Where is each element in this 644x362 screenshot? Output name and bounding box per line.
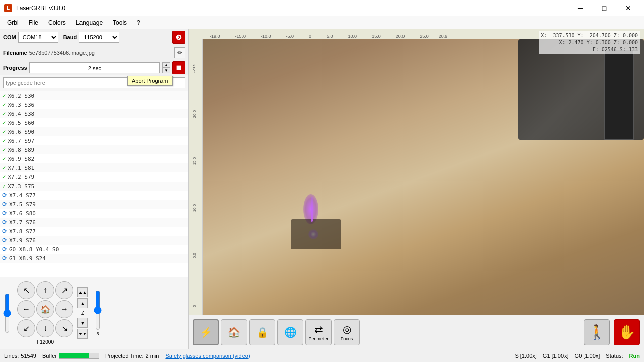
tool-home-button[interactable]: 🏠: [221, 319, 247, 345]
gcode-check-icon: ✓: [2, 119, 6, 126]
minimize-button[interactable]: ─: [569, 2, 592, 14]
speed-slider[interactable]: [3, 293, 11, 333]
z-up-button[interactable]: ▲: [77, 298, 88, 308]
buffer-label: Buffer: [42, 353, 57, 359]
jog-nw-button[interactable]: ↖: [17, 281, 35, 299]
speed-s: S [1.00x]: [515, 353, 536, 359]
status-right: S [1.00x] G1 [1.00x] G0 [1.00x] Status: …: [515, 353, 640, 359]
app-title: LaserGRBL v3.8.0: [16, 5, 65, 12]
app-icon: L: [4, 4, 12, 12]
gcode-list: ✓X6.2 S30✓X6.3 S36✓X6.4 S38✓X6.5 S60✓X6.…: [0, 91, 188, 277]
camera-view: [203, 39, 644, 315]
progress-up-button[interactable]: ▲: [162, 62, 170, 68]
filename-label: Filename: [3, 50, 27, 56]
gcode-check-icon: ⟳: [2, 255, 7, 262]
com-select[interactable]: COM18: [18, 32, 58, 43]
gcode-line-text: X7.9 S76: [9, 237, 36, 244]
baud-label: Baud: [63, 34, 77, 40]
jog-n-button[interactable]: ↑: [36, 281, 54, 299]
tool-laser-button[interactable]: ⚡: [193, 319, 219, 345]
stop-button[interactable]: ✋: [614, 319, 640, 345]
menu-colors[interactable]: Colors: [43, 18, 71, 27]
gcode-line-text: X6.2 S30: [8, 93, 34, 99]
jog-w-button[interactable]: ←: [17, 300, 35, 318]
gcode-check-icon: ⟳: [2, 192, 7, 199]
menu-grbl[interactable]: Grbl: [2, 18, 24, 27]
tool-globe-button[interactable]: 🌐: [277, 319, 303, 345]
gcode-list-item: ✓X6.9 S82: [0, 154, 188, 163]
z-down-large-button[interactable]: ▼▼: [77, 329, 88, 339]
speed-g0: G0 [1.00x]: [575, 353, 600, 359]
laser-body: [604, 49, 634, 140]
filename-edit-button[interactable]: ✏: [174, 47, 185, 58]
menu-help[interactable]: ?: [132, 18, 145, 27]
gcode-check-icon: ✓: [2, 183, 6, 190]
gcode-line-text: X7.3 S75: [8, 183, 34, 190]
jog-home-button[interactable]: 🏠: [36, 300, 54, 318]
step-value: 5: [96, 331, 99, 336]
connect-button[interactable]: [172, 31, 185, 44]
gcode-line-text: X6.7 S97: [8, 138, 34, 144]
status-label: Status:: [606, 353, 623, 359]
step-slider[interactable]: [94, 290, 102, 330]
gcode-check-icon: ✓: [2, 92, 6, 99]
walk-icon: 🚶: [588, 324, 606, 340]
jog-e-button[interactable]: →: [55, 300, 73, 318]
tool-perimeter-button[interactable]: ⇄ Perimeter: [305, 319, 332, 345]
menu-file[interactable]: File: [24, 18, 43, 27]
bottom-toolbar: ⚡ 🏠 🔒 🌐 ⇄ Perimeter ◎ Focus 🚶: [189, 315, 644, 349]
gcode-check-icon: ⟳: [2, 237, 7, 244]
jog-se-button[interactable]: ↘: [55, 319, 73, 337]
z-up-large-button[interactable]: ▲▲: [77, 287, 88, 297]
speed-g1: G1 [1.00x]: [543, 353, 569, 359]
gcode-list-inner[interactable]: ✓X6.2 S30✓X6.3 S36✓X6.4 S38✓X6.5 S60✓X6.…: [0, 91, 188, 277]
com-row: COM COM18 Baud 115200: [0, 29, 188, 45]
gcode-line-text: X7.7 S76: [9, 219, 36, 226]
projected-value: 2 min: [146, 353, 159, 359]
right-panel: -19.0 -15.0 -10.0 -5.0 0 5.0 10.0 15.0 2…: [189, 29, 644, 349]
gcode-line-text: X6.6 S90: [8, 129, 34, 135]
projected-label: Projected Time:: [105, 353, 143, 359]
ruler-left: -29.9 -20.0 -15.0 -10.0 -5.0 0: [189, 39, 203, 315]
gcode-list-item: ✓X6.6 S90: [0, 127, 188, 136]
jog-ne-button[interactable]: ↗: [55, 281, 73, 299]
progress-down-button[interactable]: ▼: [162, 68, 170, 73]
menu-language[interactable]: Language: [71, 18, 108, 27]
progress-stepper: ▲ ▼: [162, 62, 170, 73]
safety-link[interactable]: Safety glasses comparison (video): [165, 353, 250, 359]
lines-count: Lines: 51549: [4, 353, 36, 359]
left-panel: COM COM18 Baud 115200 Filename 5e73b0775…: [0, 29, 189, 349]
z-down-button[interactable]: ▼: [77, 318, 88, 328]
jog-sw-button[interactable]: ↙: [17, 319, 35, 337]
perimeter-icon: ⇄: [314, 323, 323, 335]
gcode-list-item: ⟳X7.9 S76: [0, 236, 188, 245]
z-controls: ▲▲ ▲ Z ▼ ▼▼: [77, 287, 88, 339]
jog-grid: ↖ ↑ ↗ ← 🏠 → ↙ ↓ ↘: [17, 281, 73, 337]
maximize-button[interactable]: □: [593, 2, 616, 14]
tool-lock-button[interactable]: 🔒: [249, 319, 275, 345]
gcode-line-text: G0 X8.8 Y0.4 S0: [9, 246, 59, 253]
abort-button[interactable]: Abort Program: [172, 61, 185, 74]
gcode-list-item: ✓X7.1 S81: [0, 163, 188, 172]
jog-area: ↖ ↑ ↗ ← 🏠 → ↙ ↓ ↘ F12000 ▲▲ ▲ Z ▼ ▼▼: [0, 277, 188, 349]
gcode-line-text: X7.5 S79: [9, 201, 36, 208]
gcode-check-icon: ⟳: [2, 201, 7, 208]
close-button[interactable]: ✕: [617, 2, 640, 14]
walk-button[interactable]: 🚶: [584, 319, 610, 345]
menu-tools[interactable]: Tools: [108, 18, 132, 27]
jog-s-button[interactable]: ↓: [36, 319, 54, 337]
canvas-area: -19.0 -15.0 -10.0 -5.0 0 5.0 10.0 15.0 2…: [189, 29, 644, 315]
abort-tooltip: Abort Program: [127, 76, 173, 86]
coordinates-display: X: -337.530 Y: -204.700 Z: 0.000 X: 2.47…: [539, 31, 640, 54]
buffer-fill: [59, 353, 89, 358]
progress-bar: 2 sec: [29, 62, 160, 73]
gcode-check-icon: ✓: [2, 155, 6, 162]
gcode-check-icon: ✓: [2, 173, 6, 180]
z-label: Z: [80, 309, 85, 317]
gcode-list-item: ⟳X7.5 S79: [0, 200, 188, 209]
gcode-line-text: X7.1 S81: [8, 165, 34, 171]
com-label: COM: [3, 34, 16, 40]
gcode-line-text: X6.5 S60: [8, 120, 34, 126]
tool-focus-button[interactable]: ◎ Focus: [334, 319, 360, 345]
baud-select[interactable]: 115200: [79, 32, 119, 43]
